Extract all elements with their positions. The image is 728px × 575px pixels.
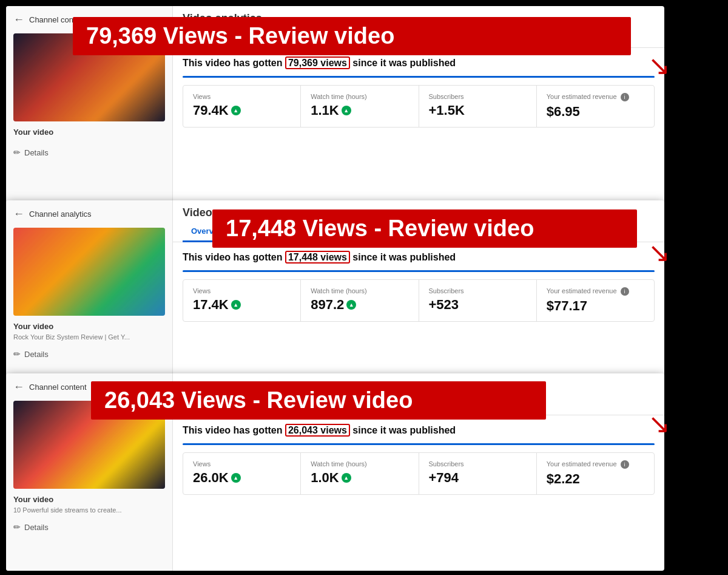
stat-watchtime-1: Watch time (hours) 1.1K ▲ bbox=[301, 86, 419, 127]
back-icon-1[interactable]: ← bbox=[13, 13, 24, 26]
stat-value-watchtime-2: 897.2 ▲ bbox=[311, 297, 408, 313]
stat-label-views-1: Views bbox=[193, 93, 291, 100]
stat-value-subs-1: +1.5K bbox=[429, 103, 527, 118]
up-arrow-watch-1: ▲ bbox=[342, 106, 351, 115]
video-subtitle-2: Rock Your Biz System Review | Get Y... bbox=[13, 333, 165, 341]
stat-value-revenue-2: $77.17 bbox=[547, 298, 644, 314]
stat-label-views-2: Views bbox=[193, 287, 291, 294]
video-subtitle-3: 10 Powerful side streams to create... bbox=[13, 506, 165, 514]
video-label-1: Your video bbox=[13, 128, 165, 137]
stat-label-revenue-2: Your estimated revenue i bbox=[547, 287, 644, 296]
sentence-before-1: This video has gotten bbox=[183, 58, 285, 68]
stat-revenue-2: Your estimated revenue i $77.17 bbox=[537, 280, 654, 321]
highlight-sentence-2: This video has gotten 17,448 views since… bbox=[183, 251, 655, 264]
stat-revenue-1: Your estimated revenue i $6.95 bbox=[537, 86, 654, 127]
stat-label-subs-2: Subscribers bbox=[429, 287, 527, 294]
stat-value-subs-2: +523 bbox=[429, 297, 527, 313]
back-icon-2[interactable]: ← bbox=[13, 208, 24, 220]
details-label-2[interactable]: Details bbox=[24, 350, 49, 359]
stat-value-views-3: 26.0K ▲ bbox=[193, 470, 291, 486]
stats-row-3: Views 26.0K ▲ Watch time (hours) 1.0K ▲ … bbox=[183, 452, 655, 495]
stat-value-watchtime-3: 1.0K ▲ bbox=[311, 470, 408, 486]
stat-subscribers-1: Subscribers +1.5K bbox=[419, 86, 537, 127]
highlight-number-2: 17,448 views bbox=[285, 251, 350, 264]
stat-value-subs-3: +794 bbox=[429, 470, 527, 486]
details-label-1[interactable]: Details bbox=[24, 148, 49, 157]
stat-value-revenue-3: $2.22 bbox=[547, 471, 644, 487]
arrow-2: ↘ bbox=[648, 237, 670, 268]
video-label-3: Your video bbox=[13, 495, 165, 504]
up-arrow-views-1: ▲ bbox=[231, 106, 241, 115]
sentence-after-3: since it was published bbox=[350, 425, 456, 435]
stat-views-3: Views 26.0K ▲ bbox=[183, 453, 301, 494]
stat-label-views-3: Views bbox=[193, 460, 291, 468]
stat-label-subs-1: Subscribers bbox=[429, 93, 527, 100]
divider-3 bbox=[183, 443, 655, 445]
stat-label-revenue-3: Your estimated revenue i bbox=[547, 460, 644, 469]
sidebar-2: ← Channel analytics Your video Rock Your… bbox=[6, 200, 173, 389]
stat-label-revenue-1: Your estimated revenue i bbox=[547, 93, 644, 101]
video-label-2: Your video bbox=[13, 322, 165, 331]
banner-3-text: 26,043 Views - Review video bbox=[104, 387, 413, 413]
info-icon-1: i bbox=[621, 93, 629, 101]
stat-value-views-1: 79.4K ▲ bbox=[193, 103, 291, 118]
pencil-icon-3: ✏ bbox=[13, 522, 21, 532]
stat-label-watchtime-2: Watch time (hours) bbox=[311, 287, 408, 294]
banner-3: 26,043 Views - Review video bbox=[91, 381, 546, 420]
stat-value-revenue-1: $6.95 bbox=[547, 104, 644, 120]
details-label-3[interactable]: Details bbox=[24, 523, 49, 532]
stat-views-1: Views 79.4K ▲ bbox=[183, 86, 301, 127]
stat-value-watchtime-1: 1.1K ▲ bbox=[311, 103, 408, 118]
stats-row-1: Views 79.4K ▲ Watch time (hours) 1.1K ▲ … bbox=[183, 85, 655, 128]
stat-label-watchtime-1: Watch time (hours) bbox=[311, 93, 408, 100]
stats-row-2: Views 17.4K ▲ Watch time (hours) 897.2 ▲… bbox=[183, 279, 655, 322]
stat-value-views-2: 17.4K ▲ bbox=[193, 297, 291, 313]
stat-watchtime-2: Watch time (hours) 897.2 ▲ bbox=[301, 280, 419, 321]
banner-1-text: 79,369 Views - Review video bbox=[86, 23, 394, 49]
stat-revenue-3: Your estimated revenue i $2.22 bbox=[537, 453, 654, 494]
sentence-before-2: This video has gotten bbox=[183, 252, 285, 262]
sidebar-title-3: Channel content bbox=[29, 383, 87, 392]
up-arrow-views-3: ▲ bbox=[231, 473, 241, 483]
up-arrow-views-2: ▲ bbox=[231, 300, 241, 310]
banner-2: 17,448 Views - Review video bbox=[212, 209, 637, 248]
video-thumbnail-2 bbox=[13, 228, 165, 316]
back-icon-3[interactable]: ← bbox=[13, 381, 24, 393]
sidebar-title-2: Channel analytics bbox=[29, 209, 92, 219]
arrow-3: ↘ bbox=[648, 408, 670, 439]
up-arrow-watch-2: ▲ bbox=[346, 300, 356, 310]
pencil-icon-1: ✏ bbox=[13, 148, 21, 157]
divider-2 bbox=[183, 270, 655, 272]
stat-watchtime-3: Watch time (hours) 1.0K ▲ bbox=[301, 453, 419, 494]
stat-label-watchtime-3: Watch time (hours) bbox=[311, 460, 408, 468]
banner-1: 79,369 Views - Review video bbox=[73, 17, 631, 55]
stat-label-subs-3: Subscribers bbox=[429, 460, 527, 468]
highlight-sentence-3: This video has gotten 26,043 views since… bbox=[183, 424, 655, 437]
info-icon-3: i bbox=[621, 460, 629, 469]
sentence-after-2: since it was published bbox=[350, 252, 456, 262]
highlight-number-3: 26,043 views bbox=[285, 424, 350, 437]
arrow-1: ↘ bbox=[648, 50, 670, 81]
pencil-icon-2: ✏ bbox=[13, 349, 21, 359]
stat-subscribers-3: Subscribers +794 bbox=[419, 453, 537, 494]
banner-2-text: 17,448 Views - Review video bbox=[226, 216, 534, 241]
up-arrow-watch-3: ▲ bbox=[342, 473, 351, 483]
sentence-before-3: This video has gotten bbox=[183, 425, 285, 435]
divider-1 bbox=[183, 76, 655, 78]
stat-views-2: Views 17.4K ▲ bbox=[183, 280, 301, 321]
info-icon-2: i bbox=[621, 287, 629, 296]
highlight-number-1: 79,369 views bbox=[285, 56, 350, 69]
stat-subscribers-2: Subscribers +523 bbox=[419, 280, 537, 321]
highlight-sentence-1: This video has gotten 79,369 views since… bbox=[183, 56, 655, 70]
sentence-after-1: since it was published bbox=[350, 58, 456, 68]
